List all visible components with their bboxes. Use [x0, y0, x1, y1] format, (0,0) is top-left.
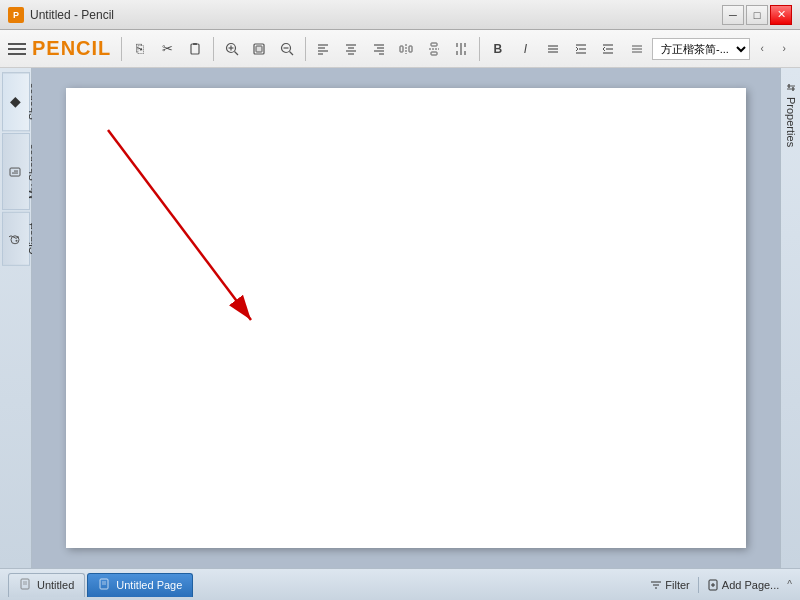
distribute-v-button[interactable] [422, 36, 446, 62]
nav-right-button[interactable]: › [774, 36, 794, 62]
nav-left-button[interactable]: ‹ [752, 36, 772, 62]
toolbar-right: 方正楷茶简-... ‹ › [624, 36, 794, 62]
arrow-overlay [66, 88, 746, 548]
svg-rect-0 [191, 44, 199, 54]
properties-icon [784, 82, 798, 94]
pencil-logo: PENCIL [32, 37, 111, 60]
close-button[interactable]: ✕ [770, 5, 792, 25]
main-content: ◆ Shapes My Shapes Clipart [0, 68, 800, 568]
svg-rect-26 [431, 43, 437, 46]
title-bar: P Untitled - Pencil ─ □ ✕ [0, 0, 800, 30]
hamburger-menu[interactable] [6, 38, 28, 60]
chevron-up-icon[interactable]: ^ [787, 579, 792, 590]
svg-rect-7 [256, 46, 262, 52]
title-left: P Untitled - Pencil [8, 7, 114, 23]
svg-line-5 [234, 51, 238, 55]
add-page-label: Add Page... [722, 579, 780, 591]
hamburger-line-1 [8, 43, 26, 45]
untitled-page-tab-label: Untitled Page [116, 579, 182, 591]
hamburger-line-3 [8, 53, 26, 55]
properties-tab[interactable]: Properties [782, 72, 800, 157]
drawing-canvas[interactable] [66, 88, 746, 548]
spacing-button[interactable] [450, 36, 474, 62]
untitled-page-tab[interactable]: Untitled Page [87, 573, 193, 597]
my-shapes-tab[interactable]: My Shapes [2, 133, 30, 210]
zoom-in-button[interactable] [220, 36, 244, 62]
bottom-bar: Untitled Untitled Page Filter Add Page..… [0, 568, 800, 600]
outdent-button[interactable] [596, 36, 620, 62]
page-icon-1 [19, 578, 31, 592]
shapes-icon: ◆ [7, 94, 23, 110]
title-controls: ─ □ ✕ [722, 5, 792, 25]
svg-rect-24 [409, 46, 412, 52]
paste-button[interactable] [183, 36, 207, 62]
minimize-button[interactable]: ─ [722, 5, 744, 25]
svg-line-10 [289, 51, 293, 55]
toolbar-divider-1 [121, 37, 122, 61]
maximize-button[interactable]: □ [746, 5, 768, 25]
zoom-out-button[interactable] [275, 36, 299, 62]
clipart-icon [7, 233, 23, 245]
font-selector[interactable]: 方正楷茶简-... [652, 38, 750, 60]
canvas-area[interactable] [32, 68, 780, 568]
shapes-tab[interactable]: ◆ Shapes [2, 72, 30, 131]
indent-button[interactable] [569, 36, 593, 62]
untitled-tab[interactable]: Untitled [8, 573, 85, 597]
cut-button[interactable]: ✂ [156, 36, 180, 62]
title-text: Untitled - Pencil [30, 8, 114, 22]
more-format-button[interactable] [541, 36, 565, 62]
svg-point-50 [15, 240, 17, 242]
toolbar-divider-3 [305, 37, 306, 61]
add-page-button[interactable]: Add Page... [707, 579, 780, 591]
filter-button[interactable]: Filter [650, 579, 689, 591]
toolbar-divider-4 [479, 37, 480, 61]
svg-line-52 [108, 130, 251, 320]
untitled-tab-label: Untitled [37, 579, 74, 591]
bottom-divider [698, 577, 699, 593]
menu-bar: PENCIL ⎘ ✂ B I [0, 30, 800, 68]
app-icon: P [8, 7, 24, 23]
align-center-button[interactable] [339, 36, 363, 62]
filter-label: Filter [665, 579, 689, 591]
list-button[interactable] [624, 36, 650, 62]
bottom-right: Filter Add Page... ^ [650, 577, 792, 593]
properties-label: Properties [785, 97, 797, 147]
svg-rect-23 [400, 46, 403, 52]
hamburger-line-2 [8, 48, 26, 50]
right-sidebar: Properties [780, 68, 800, 568]
bold-button[interactable]: B [486, 36, 510, 62]
italic-button[interactable]: I [514, 36, 538, 62]
page-icon-2 [98, 578, 110, 592]
copy-button[interactable]: ⎘ [128, 36, 152, 62]
left-sidebar: ◆ Shapes My Shapes Clipart [0, 68, 32, 568]
svg-rect-27 [431, 52, 437, 55]
toolbar-divider-2 [213, 37, 214, 61]
align-left-button[interactable] [312, 36, 336, 62]
align-right-button[interactable] [367, 36, 391, 62]
my-shapes-icon [7, 166, 23, 178]
distribute-h-button[interactable] [394, 36, 418, 62]
svg-rect-1 [193, 43, 197, 45]
fit-button[interactable] [248, 36, 272, 62]
clipart-tab[interactable]: Clipart [2, 212, 30, 266]
